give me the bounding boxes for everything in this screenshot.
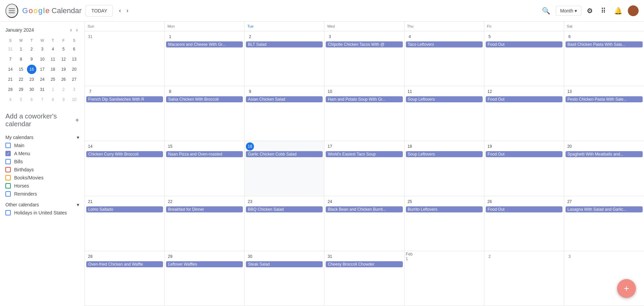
- calendar-item[interactable]: A Menu: [5, 149, 79, 158]
- day-number[interactable]: 3: [566, 252, 574, 261]
- mini-cal-next[interactable]: ›: [75, 26, 79, 34]
- day-number[interactable]: 1: [166, 33, 174, 41]
- mini-cal-prev[interactable]: ‹: [69, 26, 73, 34]
- day-number[interactable]: 16: [246, 142, 254, 150]
- calendar-event[interactable]: Taco Leftovers: [406, 41, 483, 47]
- mini-cal-day[interactable]: 20: [69, 65, 79, 74]
- calendar-event[interactable]: Steak Salad: [246, 261, 323, 267]
- calendar-event[interactable]: Garlic Chicken Cobb Salad: [246, 151, 323, 157]
- my-calendars-header[interactable]: My calendars ▾: [5, 133, 79, 141]
- mini-cal-day[interactable]: 16: [27, 65, 36, 74]
- day-number[interactable]: 13: [566, 88, 574, 96]
- day-number[interactable]: 14: [86, 142, 94, 150]
- mini-cal-day[interactable]: 14: [6, 65, 15, 74]
- day-number[interactable]: 2: [486, 252, 494, 261]
- add-coworker-calendar[interactable]: Add a coworker's calendar +: [5, 110, 79, 131]
- calendar-event[interactable]: Oven-fried Chicken and Waffle: [86, 261, 163, 267]
- mini-cal-day[interactable]: 6: [69, 44, 79, 54]
- mini-cal-day[interactable]: 15: [16, 65, 26, 74]
- day-number[interactable]: Feb 1: [406, 252, 414, 261]
- create-event-button[interactable]: +: [617, 279, 636, 298]
- apps-button[interactable]: ⠿: [598, 4, 609, 18]
- calendar-checkbox[interactable]: [5, 183, 11, 189]
- notifications-button[interactable]: 🔔: [611, 4, 625, 18]
- mini-cal-day[interactable]: 6: [27, 95, 36, 104]
- calendar-checkbox[interactable]: [5, 191, 11, 197]
- search-button[interactable]: 🔍: [539, 4, 553, 18]
- mini-cal-day[interactable]: 28: [6, 85, 15, 94]
- calendar-checkbox[interactable]: [5, 151, 11, 156]
- mini-cal-day[interactable]: 10: [69, 95, 79, 104]
- calendar-item[interactable]: Birthdays: [5, 166, 79, 174]
- calendar-event[interactable]: Asian Chicken Salad: [246, 96, 323, 102]
- mini-cal-day[interactable]: 2: [27, 44, 36, 54]
- mini-cal-day[interactable]: 19: [59, 65, 68, 74]
- mini-cal-day[interactable]: 8: [16, 55, 26, 64]
- mini-cal-day[interactable]: 8: [48, 95, 58, 104]
- mini-cal-day[interactable]: 7: [37, 95, 47, 104]
- calendar-event[interactable]: Soup Leftovers: [406, 151, 483, 157]
- mini-cal-day[interactable]: 10: [37, 55, 47, 64]
- mini-cal-day[interactable]: 26: [59, 75, 68, 84]
- settings-button[interactable]: ⚙: [584, 4, 595, 18]
- day-number[interactable]: 23: [246, 198, 254, 206]
- day-number[interactable]: 17: [326, 142, 334, 150]
- calendar-event[interactable]: BBQ Chicken Salad: [246, 206, 323, 212]
- mini-cal-day[interactable]: 23: [27, 75, 36, 84]
- day-number[interactable]: 8: [166, 88, 174, 96]
- day-number[interactable]: 26: [486, 198, 494, 206]
- calendar-event[interactable]: Spaghetti With Meatballs and...: [566, 151, 643, 157]
- calendar-event[interactable]: Salsa Chicken With Broccoli: [166, 96, 243, 102]
- mini-cal-day[interactable]: 5: [59, 44, 68, 54]
- mini-cal-day[interactable]: 25: [48, 75, 58, 84]
- other-calendars-header[interactable]: Other calendars ▾: [5, 201, 79, 209]
- calendar-event[interactable]: Lomo Saltado: [86, 206, 163, 212]
- calendar-event[interactable]: Soup Leftovers: [406, 96, 483, 102]
- day-number[interactable]: 6: [566, 33, 574, 41]
- day-number[interactable]: 2: [246, 33, 254, 41]
- day-number[interactable]: 3: [326, 33, 334, 41]
- day-number[interactable]: 9: [246, 88, 254, 96]
- mini-cal-day[interactable]: 30: [27, 85, 36, 94]
- calendar-event[interactable]: Chipotle Chicken Tacos With @: [326, 41, 402, 47]
- calendar-item[interactable]: Books/Movies: [5, 174, 79, 182]
- mini-cal-day[interactable]: 1: [16, 44, 26, 54]
- calendar-checkbox[interactable]: [5, 159, 11, 164]
- mini-cal-day[interactable]: 31: [6, 44, 15, 54]
- day-number[interactable]: 10: [326, 88, 334, 96]
- mini-cal-day[interactable]: 4: [6, 95, 15, 104]
- day-number[interactable]: 15: [166, 142, 174, 150]
- mini-cal-day[interactable]: 3: [37, 44, 47, 54]
- mini-cal-day[interactable]: 9: [59, 95, 68, 104]
- calendar-checkbox[interactable]: [5, 143, 11, 148]
- day-number[interactable]: 24: [326, 198, 334, 206]
- calendar-event[interactable]: Ham and Potato Soup With Gr...: [326, 96, 402, 102]
- today-button[interactable]: TODAY: [86, 5, 113, 16]
- day-number[interactable]: 20: [566, 142, 574, 150]
- day-number[interactable]: 12: [486, 88, 494, 96]
- mini-cal-day[interactable]: 7: [6, 55, 15, 64]
- mini-cal-day[interactable]: 1: [48, 85, 58, 94]
- calendar-event[interactable]: Cheesy Broccoli Chowder: [326, 261, 402, 267]
- day-number[interactable]: 7: [86, 88, 94, 96]
- day-number[interactable]: 22: [166, 198, 174, 206]
- day-number[interactable]: 28: [86, 252, 94, 261]
- avatar[interactable]: [628, 5, 639, 16]
- day-number[interactable]: 21: [86, 198, 94, 206]
- calendar-event[interactable]: Naan Pizza and Oven-roasted: [166, 151, 243, 157]
- day-number[interactable]: 29: [166, 252, 174, 261]
- day-number[interactable]: 19: [486, 142, 494, 150]
- calendar-event[interactable]: Food Out: [486, 151, 562, 157]
- day-number[interactable]: 31: [326, 252, 334, 261]
- mini-cal-day[interactable]: 12: [59, 55, 68, 64]
- calendar-event[interactable]: French Dip Sandwiches With R: [86, 96, 163, 102]
- day-number[interactable]: 31: [86, 33, 94, 41]
- mini-cal-day[interactable]: 13: [69, 55, 79, 64]
- calendar-event[interactable]: World's Easiest Taco Soup: [326, 151, 402, 157]
- day-number[interactable]: 25: [406, 198, 414, 206]
- calendar-event[interactable]: Black Bean and Chicken Burrit...: [326, 206, 402, 212]
- calendar-item[interactable]: Holidays in United States: [5, 209, 79, 217]
- calendar-item[interactable]: Bills: [5, 158, 79, 166]
- menu-button[interactable]: [5, 4, 18, 18]
- mini-cal-day[interactable]: 2: [59, 85, 68, 94]
